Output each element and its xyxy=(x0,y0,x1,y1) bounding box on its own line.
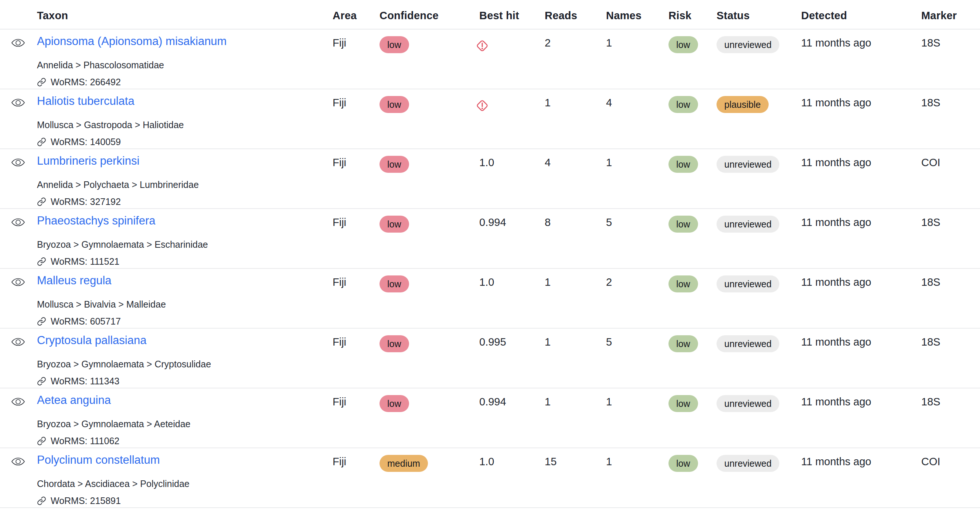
marker-cell: 18S xyxy=(921,30,980,50)
reads-cell: 15 xyxy=(545,448,606,469)
view-taxon-button[interactable] xyxy=(11,37,25,49)
reads-cell: 2 xyxy=(545,30,606,50)
status-badge: unreviewed xyxy=(716,156,780,173)
detected-cell: 11 months ago xyxy=(801,389,921,409)
risk-badge: low xyxy=(668,96,698,113)
area-cell: Fiji xyxy=(332,389,380,409)
area-cell: Fiji xyxy=(332,209,380,230)
table-row: Haliotis tuberculata Mollusca > Gastropo… xyxy=(0,89,980,149)
best-hit-cell: 0.995 xyxy=(479,328,545,349)
names-cell: 1 xyxy=(606,448,668,469)
area-cell: Fiji xyxy=(332,149,380,170)
risk-badge: low xyxy=(668,36,698,53)
detected-cell: 11 months ago xyxy=(801,149,921,170)
names-cell: 1 xyxy=(606,30,668,50)
column-header-confidence: Confidence xyxy=(380,10,479,22)
reads-cell: 8 xyxy=(545,209,606,230)
view-taxon-button[interactable] xyxy=(11,216,25,228)
taxon-link[interactable]: Apionsoma (Apionsoma) misakianum xyxy=(37,34,226,49)
taxon-lineage: Bryozoa > Gymnolaemata > Cryptosulidae xyxy=(37,358,332,370)
worms-link[interactable]: WoRMS: 111062 xyxy=(37,435,332,447)
link-icon xyxy=(37,377,46,386)
worms-link[interactable]: WoRMS: 605717 xyxy=(37,315,332,327)
taxon-link[interactable]: Malleus regula xyxy=(37,273,111,288)
best-hit-cell: 1.0 xyxy=(479,269,545,289)
taxon-lineage: Annelida > Phascolosomatidae xyxy=(37,59,332,71)
table-row: Phaeostachys spinifera Bryozoa > Gymnola… xyxy=(0,209,980,269)
area-cell: Fiji xyxy=(332,269,380,289)
names-cell: 5 xyxy=(606,328,668,349)
worms-link[interactable]: WoRMS: 111343 xyxy=(37,375,332,387)
table-header-row: Taxon Area Confidence Best hit Reads Nam… xyxy=(0,0,980,30)
best-hit-cell: 1.0 xyxy=(479,149,545,170)
best-hit-warning-icon xyxy=(474,38,490,54)
marker-cell: 18S xyxy=(921,89,980,110)
view-taxon-button[interactable] xyxy=(11,336,25,348)
detected-cell: 11 months ago xyxy=(801,328,921,349)
taxon-link[interactable]: Cryptosula pallasiana xyxy=(37,333,146,348)
column-header-area: Area xyxy=(332,10,380,22)
link-icon xyxy=(37,317,46,326)
column-header-risk: Risk xyxy=(668,10,716,22)
view-taxon-button[interactable] xyxy=(11,396,25,408)
worms-id: WoRMS: 327192 xyxy=(51,196,121,208)
risk-badge: low xyxy=(668,455,698,472)
worms-link[interactable]: WoRMS: 140059 xyxy=(37,136,332,148)
worms-id: WoRMS: 266492 xyxy=(51,76,121,88)
confidence-badge: low xyxy=(380,216,409,233)
column-header-marker: Marker xyxy=(921,10,980,22)
column-header-detected: Detected xyxy=(801,10,921,22)
view-taxon-button[interactable] xyxy=(11,276,25,288)
worms-link[interactable]: WoRMS: 111521 xyxy=(37,256,332,267)
taxon-lineage: Mollusca > Gastropoda > Haliotidae xyxy=(37,119,332,131)
detected-cell: 11 months ago xyxy=(801,269,921,289)
marker-cell: COI xyxy=(921,448,980,469)
table-row: Aetea anguina Bryozoa > Gymnolaemata > A… xyxy=(0,389,980,448)
reads-cell: 4 xyxy=(545,149,606,170)
worms-id: WoRMS: 111062 xyxy=(51,435,119,447)
marker-cell: 18S xyxy=(921,269,980,289)
view-taxon-button[interactable] xyxy=(11,455,25,467)
reads-cell: 1 xyxy=(545,328,606,349)
risk-badge: low xyxy=(668,275,698,292)
link-icon xyxy=(37,496,46,505)
confidence-badge: medium xyxy=(380,455,428,472)
worms-link[interactable]: WoRMS: 327192 xyxy=(37,196,332,208)
status-badge: unreviewed xyxy=(716,335,780,352)
worms-link[interactable]: WoRMS: 266492 xyxy=(37,76,332,88)
best-hit-cell: 0.994 xyxy=(479,389,545,409)
area-cell: Fiji xyxy=(332,328,380,349)
link-icon xyxy=(37,257,46,266)
column-header-taxon: Taxon xyxy=(37,10,332,22)
taxon-lineage: Mollusca > Bivalvia > Malleidae xyxy=(37,298,332,310)
names-cell: 2 xyxy=(606,269,668,289)
table-row: Apionsoma (Apionsoma) misakianum Annelid… xyxy=(0,30,980,89)
taxon-link[interactable]: Phaeostachys spinifera xyxy=(37,213,156,228)
status-badge: unreviewed xyxy=(716,395,780,412)
worms-id: WoRMS: 111343 xyxy=(51,375,119,387)
risk-badge: low xyxy=(668,156,698,173)
detected-cell: 11 months ago xyxy=(801,209,921,230)
taxon-link[interactable]: Haliotis tuberculata xyxy=(37,94,135,109)
worms-id: WoRMS: 111521 xyxy=(51,256,119,267)
confidence-badge: low xyxy=(380,275,409,292)
link-icon xyxy=(37,137,46,147)
table-row: Malleus regula Mollusca > Bivalvia > Mal… xyxy=(0,269,980,328)
column-header-best-hit: Best hit xyxy=(479,10,545,22)
view-taxon-button[interactable] xyxy=(11,157,25,168)
detected-cell: 11 months ago xyxy=(801,30,921,50)
worms-id: WoRMS: 140059 xyxy=(51,136,121,148)
worms-link[interactable]: WoRMS: 215891 xyxy=(37,495,332,506)
risk-badge: low xyxy=(668,216,698,233)
view-taxon-button[interactable] xyxy=(11,97,25,109)
confidence-badge: low xyxy=(380,335,409,352)
marker-cell: 18S xyxy=(921,209,980,230)
taxon-link[interactable]: Polyclinum constellatum xyxy=(37,453,160,467)
taxon-lineage: Bryozoa > Gymnolaemata > Escharinidae xyxy=(37,238,332,250)
taxon-link[interactable]: Aetea anguina xyxy=(37,393,111,408)
column-header-names: Names xyxy=(606,10,668,22)
best-hit-warning-icon xyxy=(474,97,490,114)
worms-id: WoRMS: 215891 xyxy=(51,495,121,506)
risk-badge: low xyxy=(668,335,698,352)
taxon-link[interactable]: Lumbrineris perkinsi xyxy=(37,154,139,168)
